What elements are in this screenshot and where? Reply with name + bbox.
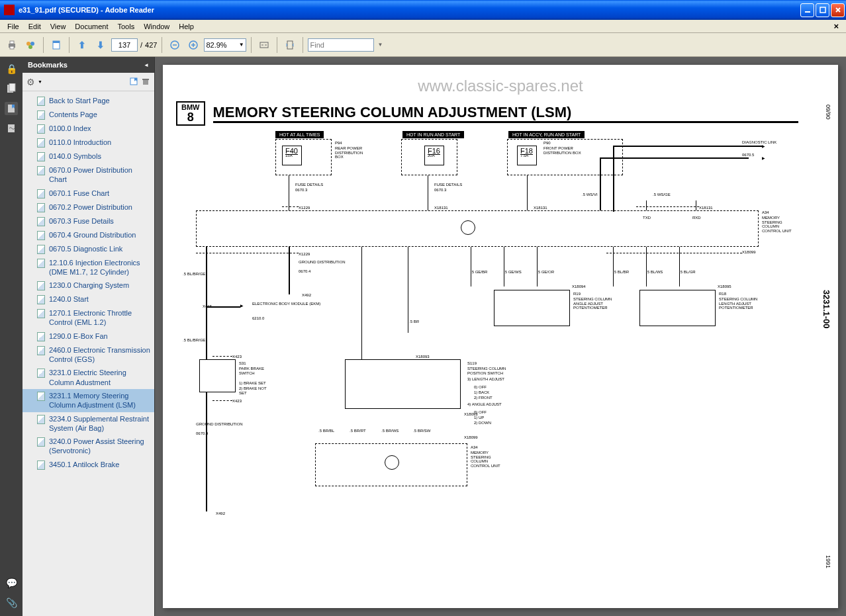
zoom-in-button[interactable] [185, 37, 201, 53]
new-bookmark-icon[interactable] [129, 77, 138, 87]
next-page-button[interactable]: ⬇ [93, 37, 109, 53]
bookmark-item[interactable]: 12.10.6 Injection Electronics (DME M1.7,… [23, 256, 154, 279]
document-viewport[interactable]: www.classic-spares.net BMW 8 MEMORY STEE… [155, 57, 846, 616]
bookmark-page-icon [37, 461, 45, 470]
bookmark-item[interactable]: 0670.2 Power Distribution [23, 200, 154, 214]
separator [303, 37, 303, 53]
diagram-title: MEMORY STEERING COLUMN ADJUSTMENT (LSM) [213, 104, 799, 123]
page-code: 3231.1-00 [822, 290, 831, 329]
svg-rect-18 [9, 83, 15, 91]
svg-point-6 [30, 42, 34, 46]
bookmark-label: 3450.1 Antilock Brake [49, 460, 119, 469]
bookmark-page-icon [37, 124, 45, 134]
bookmark-item[interactable]: 0670.4 Ground Distribution [23, 228, 154, 242]
collapse-icon[interactable]: ◄ [144, 62, 149, 68]
bookmark-page-icon [37, 110, 45, 120]
separator [43, 37, 44, 53]
bookmark-page-icon [37, 245, 45, 254]
bookmark-label: Contents Page [49, 110, 97, 119]
attachments-icon[interactable]: 📎 [5, 596, 18, 609]
bookmark-page-icon [37, 203, 45, 212]
app-icon [4, 5, 15, 15]
options-icon[interactable]: ⚙ [26, 77, 35, 87]
separator [69, 37, 70, 53]
document-close-button[interactable]: × [829, 20, 843, 32]
bookmark-label: 2460.0 Electronic Transmission Control (… [49, 345, 150, 365]
bookmark-item[interactable]: 3231.1 Memory Steering Clolumn Adjustmen… [23, 389, 154, 412]
prev-page-button[interactable]: ⬆ [74, 37, 90, 53]
hot-label-2: HOT IN RUN AND START [402, 131, 464, 138]
page-view-button[interactable] [48, 37, 64, 53]
svg-rect-16 [287, 41, 293, 49]
bookmark-label: 1230.0 Charging System [49, 281, 129, 290]
page-year: 1991 [825, 555, 831, 568]
bookmark-label: 1270.1 Electronic Throttle Control (EML … [49, 308, 150, 328]
separator [277, 37, 277, 53]
bookmark-label: 3240.0 Power Assist Steering (Servotroni… [49, 437, 150, 456]
bookmark-item[interactable]: 0110.0 Introduction [23, 136, 154, 150]
bookmark-item[interactable]: 3240.0 Power Assist Steering (Servotroni… [23, 435, 154, 458]
bookmark-page-icon [37, 189, 45, 198]
svg-rect-9 [53, 41, 60, 43]
zoom-select[interactable]: 82.9%▼ [204, 38, 246, 52]
bookmarks-list[interactable]: Back to Start PageContents Page0100.0 In… [23, 91, 154, 616]
page-date: 09/90 [825, 105, 831, 120]
collaborate-button[interactable] [23, 37, 38, 53]
titlebar: e31_91.pdf (SECURED) - Adobe Reader [0, 0, 846, 20]
fit-width-button[interactable] [256, 37, 272, 53]
bookmark-item[interactable]: 3234.0 Supplemental Restraint System (Ai… [23, 412, 154, 435]
minimize-button[interactable] [800, 3, 814, 17]
bookmark-item[interactable]: 3231.0 Electric Steering Column Adustmen… [23, 366, 154, 389]
close-button[interactable] [831, 3, 845, 17]
menu-tools[interactable]: Tools [113, 21, 140, 32]
menu-view[interactable]: View [46, 21, 71, 32]
bookmarks-icon[interactable] [5, 102, 18, 115]
pages-icon[interactable] [5, 82, 18, 95]
wiring-diagram: HOT AT ALL TIMES HOT IN RUN AND START HO… [176, 131, 798, 595]
bookmark-page-icon [37, 259, 45, 268]
menu-window[interactable]: Window [139, 21, 174, 32]
signatures-icon[interactable] [5, 122, 18, 135]
bookmark-label: 0670.4 Ground Distribution [49, 230, 136, 240]
maximize-button[interactable] [816, 3, 829, 17]
menu-edit[interactable]: Edit [24, 21, 46, 32]
bookmark-page-icon [37, 281, 45, 290]
delete-bookmark-icon[interactable] [141, 77, 150, 87]
bookmark-page-icon [37, 138, 45, 148]
fit-page-button[interactable] [282, 37, 298, 53]
comments-icon[interactable]: 💬 [5, 576, 18, 590]
bookmark-item[interactable]: 1230.0 Charging System [23, 279, 154, 292]
bookmark-item[interactable]: 0670.1 Fuse Chart [23, 187, 154, 200]
bookmark-item[interactable]: 0670.3 Fuse Details [23, 214, 154, 228]
bookmark-label: Back to Start Page [49, 96, 110, 105]
svg-rect-23 [142, 79, 149, 80]
bookmark-item[interactable]: 0670.5 Diagnostic Link [23, 242, 154, 256]
bookmark-item[interactable]: 1270.1 Electronic Throttle Control (EML … [23, 306, 154, 330]
menu-help[interactable]: Help [174, 21, 199, 32]
bookmark-item[interactable]: 2460.0 Electronic Transmission Control (… [23, 343, 154, 367]
svg-rect-1 [820, 7, 825, 13]
print-button[interactable] [4, 37, 20, 53]
find-input[interactable] [308, 38, 374, 52]
menu-file[interactable]: File [3, 21, 24, 32]
page-number-input[interactable] [111, 38, 138, 52]
security-icon[interactable]: 🔒 [5, 62, 18, 75]
bookmark-item[interactable]: 0100.0 Index [23, 122, 154, 136]
bookmark-page-icon [37, 309, 45, 318]
bookmark-item[interactable]: Contents Page [23, 108, 154, 122]
watermark: www.classic-spares.net [418, 77, 583, 95]
bookmark-item[interactable]: 3450.1 Antilock Brake [23, 458, 154, 472]
bookmark-item[interactable]: 0670.0 Power Distribution Chart [23, 163, 154, 187]
hot-label-1: HOT AT ALL TIMES [275, 131, 324, 138]
bookmark-item[interactable]: 1240.0 Start [23, 292, 154, 306]
bookmark-page-icon [37, 369, 45, 378]
zoom-out-button[interactable] [167, 37, 183, 53]
bookmark-item[interactable]: 0140.0 Symbols [23, 150, 154, 163]
menu-document[interactable]: Document [70, 21, 113, 32]
bookmark-label: 0670.0 Power Distribution Chart [49, 165, 150, 185]
bookmarks-panel: Bookmarks ◄ ⚙▼ Back to Start PageContent… [23, 57, 155, 616]
bookmark-label: 0110.0 Introduction [49, 138, 111, 147]
find-dropdown-icon[interactable]: ▼ [377, 42, 385, 48]
bookmark-item[interactable]: Back to Start Page [23, 94, 154, 108]
bookmark-item[interactable]: 1290.0 E-Box Fan [23, 330, 154, 343]
